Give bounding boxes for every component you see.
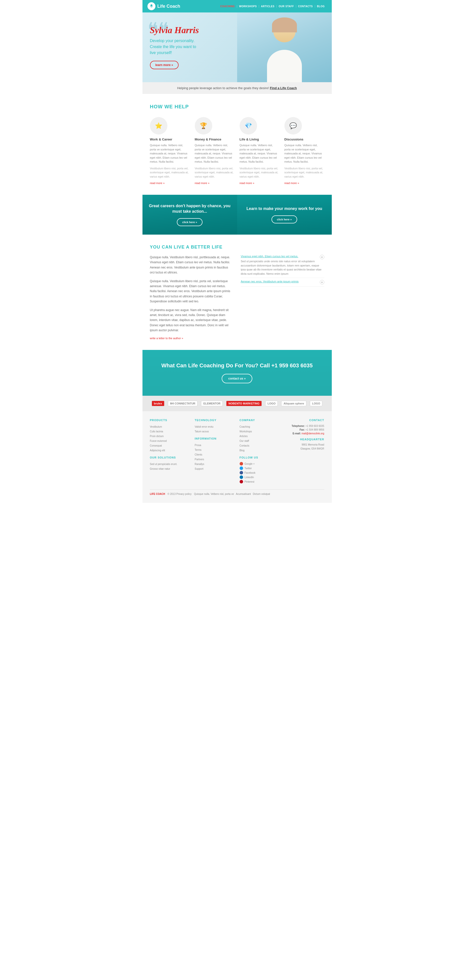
work-career-icon-circle: ⭐ (150, 117, 167, 135)
footer-company-staff[interactable]: Our staff (240, 439, 249, 442)
footer-products-proin[interactable]: Proin dictum (150, 435, 164, 438)
nav-our-staff[interactable]: OUR STAFF (277, 5, 296, 8)
footer-solutions-2[interactable]: Grosso vitae natur (150, 468, 170, 470)
hero-image (237, 13, 332, 82)
sponsor-nobento: NOBENTO MARKETING (226, 401, 261, 406)
find-coach-link[interactable]: Find a Life Coach (270, 86, 297, 90)
footer-info-support[interactable]: Support (195, 468, 204, 470)
footer-info-ranallys[interactable]: Ranallys (195, 463, 204, 466)
life-living-title: Life & Living (240, 137, 280, 141)
footer-tech-2[interactable]: Tatum acous (195, 430, 209, 433)
sponsor-logo2: LOGO (310, 401, 322, 406)
hero-section: ❝❝ Sylvia Harris Develop your personalit… (143, 13, 332, 82)
discussions-read-more[interactable]: read more » (285, 181, 299, 185)
social-google-link[interactable]: Google + (240, 462, 280, 466)
list-item: Sed ut perspiciatis erunt. (150, 462, 190, 466)
nav-workshops[interactable]: WORKSHOPS (237, 5, 259, 8)
footer-info-partners[interactable]: Partners (195, 458, 204, 461)
footer-email-link[interactable]: mail@democlink.org (302, 432, 324, 435)
nav-blog[interactable]: BLOG (315, 5, 327, 8)
nav-articles[interactable]: ARTICLES (259, 5, 277, 8)
list-item: Adipiscing elit (150, 448, 190, 452)
cta-careers-text: Great careers don't happen by chance, yo… (148, 203, 232, 215)
social-linkedin-label: LinkedIn (245, 476, 254, 479)
footer-company-contacts[interactable]: Contacts (240, 444, 249, 447)
work-career-text: Quisque nulla. Velbero nisl, porta ve sc… (150, 143, 190, 164)
footer-company-workshops[interactable]: Workshops (240, 430, 252, 433)
money-finance-read-more[interactable]: read more » (195, 181, 210, 185)
footer-solutions-title: OUR SOLUTIONS (150, 456, 190, 459)
footer-products-vestibulum[interactable]: Vestibulum (150, 425, 162, 428)
footer-col-technology: TECHNOLOGY Valisit error erotu Tatum aco… (195, 418, 235, 484)
social-google-label: Google + (245, 463, 255, 465)
contact-us-button[interactable]: contact us » (222, 374, 252, 383)
cta-careers-button[interactable]: click here » (177, 218, 203, 226)
sponsor-elementor: ELEMENTOR (201, 401, 223, 406)
footer-link-3[interactable]: Dictum volutpat (253, 493, 270, 495)
list-item: Tatum acous (195, 430, 235, 433)
money-finance-title: Money & Finance (195, 137, 235, 141)
footer-info-prosa[interactable]: Prosa (195, 444, 201, 447)
work-career-title: Work & Career (150, 137, 190, 141)
sponsor-brulex: brulex (152, 401, 164, 406)
accordion-toggle-1[interactable]: + (320, 255, 324, 259)
social-twitter-link[interactable]: Twitter (240, 466, 280, 470)
discussions-icon-circle: 💬 (285, 117, 302, 135)
help-item-discussions: 💬 Discussions Quisque nulla. Velbero nis… (285, 117, 324, 185)
logo-icon (148, 2, 156, 10)
footer-products-fusce[interactable]: Fusce euismod (150, 439, 167, 442)
hero-name: Sylvia Harris (150, 25, 199, 35)
footer-tech-1[interactable]: Valisit error erotu (195, 425, 213, 428)
logo-text: Life Coach (157, 4, 180, 9)
life-living-text2: Vestibulum libero nisi, porta vel, scele… (240, 166, 280, 179)
footer-products-consequat[interactable]: Consequat (150, 444, 162, 447)
money-finance-text: Quisque nulla. Velbero nisl, porta ve sc… (195, 143, 235, 164)
cta-money-button[interactable]: click here » (272, 215, 297, 223)
list-item: Articles (240, 434, 280, 438)
footer-info-clients[interactable]: Clients (195, 453, 202, 456)
footer-col-contact: CONTACT Telephone: +1 959 603 6035 Fax: … (285, 418, 324, 484)
header: Life Coach COACHING WORKSHOPS ARTICLES O… (143, 0, 332, 13)
accordion-link-2[interactable]: Aenean nec eros. Vestibulum ante ipsum p… (241, 280, 299, 283)
footer-products-culis[interactable]: Culis lacinia (150, 430, 163, 433)
write-letter-link[interactable]: write a letter to the author » (150, 337, 183, 340)
social-pinterest-link[interactable]: Pinterest (240, 480, 280, 484)
nav-coaching[interactable]: COACHING (218, 5, 237, 8)
cta-money-banner: Learn to make your money work for you cl… (237, 195, 332, 235)
footer-info-terms[interactable]: Terms (195, 449, 202, 451)
better-life-para2: Quisque nulla. Vestibulum libero nisl, p… (150, 279, 234, 304)
footer-solutions-list: Sed ut perspiciatis erunt. Grosso vitae … (150, 462, 190, 471)
footer-company-articles[interactable]: Articles (240, 435, 248, 438)
work-career-read-more[interactable]: read more » (150, 181, 165, 185)
footer-company-coaching[interactable]: Coaching (240, 425, 250, 428)
social-pinterest-label: Pinterest (245, 480, 254, 483)
trophy-icon: 🏆 (200, 122, 207, 129)
better-life-right: Vivamus eget nibh. Etiam cursus leo vel … (241, 255, 324, 340)
learn-more-button[interactable]: learn more » (150, 61, 178, 69)
sponsors-section: brulex M4 CONNECTATUR ELEMENTOR NOBENTO … (143, 396, 332, 411)
footer-follow-title: FOLLOW US (240, 456, 280, 459)
accordion-item-2: Aenean nec eros. Vestibulum ante ipsum p… (241, 280, 324, 286)
footer-solutions-1[interactable]: Sed ut perspiciatis erunt. (150, 463, 177, 466)
footer-company-blog[interactable]: Blog (240, 449, 245, 452)
chat-icon: 💬 (289, 122, 297, 129)
list-item: Fusce euismod (150, 439, 190, 442)
better-life-left: Quisque nulla. Vestibulum libero nisl, p… (150, 255, 234, 340)
footer-link-1[interactable]: Quisque nulla. Velbero nisl, porta ve (194, 493, 234, 495)
discussions-title: Discussions (285, 137, 324, 141)
accordion-toggle-2[interactable]: + (320, 280, 324, 285)
footer-products-adipiscing[interactable]: Adipiscing elit (150, 449, 165, 452)
footer-link-2[interactable]: Acumsatisant (236, 493, 251, 495)
life-living-icon-circle: 💎 (240, 117, 257, 135)
social-facebook-link[interactable]: Facebook (240, 471, 280, 474)
nav-contacts[interactable]: CONTACTS (296, 5, 315, 8)
social-linkedin-link[interactable]: LinkedIn (240, 476, 280, 479)
footer-fax: Fax: +1 504 889 9856 (285, 428, 324, 431)
help-item-work-career: ⭐ Work & Career Quisque nulla. Velbero n… (150, 117, 190, 185)
discussions-text2: Vestibulum libero nisi, porta vel, scele… (285, 166, 324, 179)
life-living-read-more[interactable]: read more » (240, 181, 254, 185)
footer-telephone: Telephone: +1 959 603 6035 (285, 425, 324, 427)
accordion-link-1[interactable]: Vivamus eget nibh. Etiam cursus leo vel … (241, 255, 298, 258)
footer-logo-text: LIFE COACH (150, 493, 165, 495)
footer-products-title: PRODUCTS (150, 418, 190, 422)
